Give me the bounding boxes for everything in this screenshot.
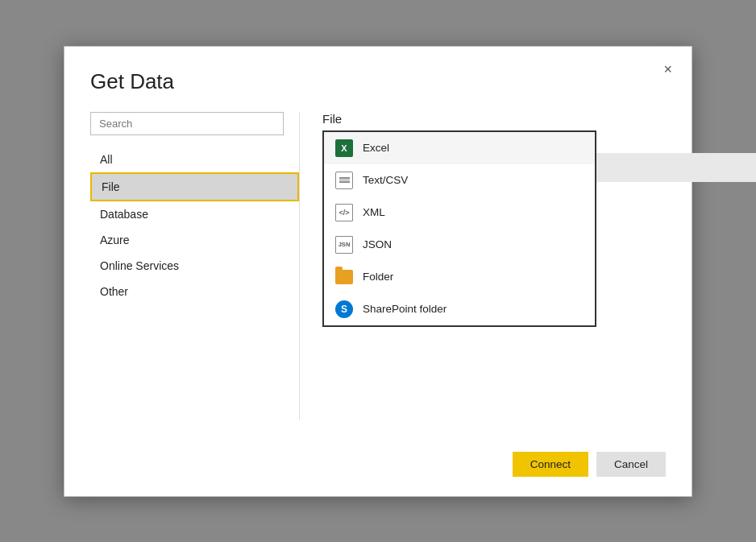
nav-item-file[interactable]: File [90, 172, 299, 201]
item-label-excel: Excel [363, 142, 389, 154]
excel-icon: X [335, 139, 353, 157]
left-panel: All File Database Azure Online Services … [90, 112, 300, 420]
cancel-button[interactable]: Cancel [596, 452, 666, 477]
section-title: File [322, 112, 666, 126]
item-label-xml: XML [363, 206, 385, 218]
sharepoint-icon: S [335, 300, 353, 318]
nav-item-database[interactable]: Database [90, 201, 299, 227]
right-panel: File X Excel [300, 112, 666, 420]
folder-icon [335, 268, 353, 286]
nav-item-azure[interactable]: Azure [90, 227, 299, 253]
item-label-json: JSON [363, 238, 392, 250]
item-label-csv: Text/CSV [363, 174, 408, 186]
json-icon: JSN [335, 236, 353, 254]
nav-item-other[interactable]: Other [90, 279, 299, 304]
item-sharepoint-folder[interactable]: S SharePoint folder [324, 293, 595, 325]
connect-button[interactable]: Connect [513, 452, 588, 477]
nav-item-all[interactable]: All [90, 147, 299, 172]
item-excel[interactable]: X Excel [324, 132, 595, 164]
get-data-dialog: × Get Data All File Database Azure Onlin… [64, 46, 692, 497]
item-folder[interactable]: Folder [324, 261, 595, 293]
items-list: X Excel Text/CSV [322, 130, 596, 327]
item-xml[interactable]: </> XML [324, 197, 595, 229]
nav-list: All File Database Azure Online Services … [90, 147, 299, 304]
item-text-csv[interactable]: Text/CSV [324, 164, 595, 197]
footer: Connect Cancel [90, 442, 666, 477]
content-area: All File Database Azure Online Services … [90, 112, 666, 420]
dialog-title: Get Data [90, 69, 666, 94]
search-input[interactable] [90, 112, 284, 135]
close-button[interactable]: × [658, 60, 677, 80]
xml-icon: </> [335, 204, 353, 221]
item-label-folder: Folder [363, 271, 393, 283]
nav-item-online-services[interactable]: Online Services [90, 253, 299, 279]
item-label-sharepoint: SharePoint folder [363, 303, 447, 315]
item-json[interactable]: JSN JSON [324, 229, 595, 261]
csv-icon [335, 172, 353, 189]
highlight-bar [596, 153, 756, 182]
